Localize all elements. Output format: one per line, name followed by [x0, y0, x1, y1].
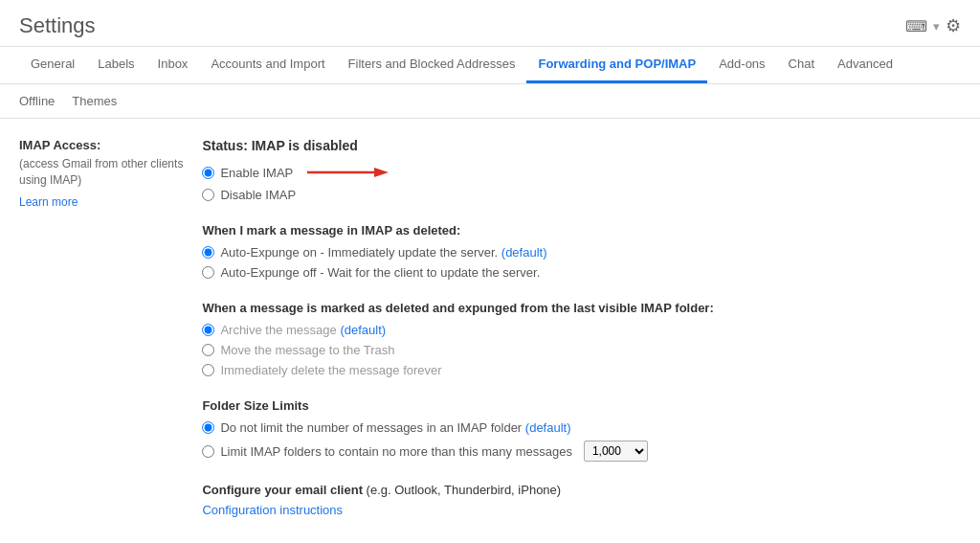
- auto-expunge-on-radio[interactable]: [202, 246, 214, 259]
- main-content: Status: IMAP is disabled Enable IMAP Di: [202, 138, 961, 538]
- expunge-options: Archive the message (default) Move the m…: [202, 323, 961, 377]
- sidebar-title: IMAP Access:: [19, 138, 183, 152]
- limit-option: Limit IMAP folders to contain no more th…: [202, 441, 961, 462]
- red-arrow-annotation: [302, 163, 389, 182]
- nav-tabs: General Labels Inbox Accounts and Import…: [0, 47, 980, 84]
- auto-expunge-off-radio[interactable]: [202, 266, 214, 279]
- auto-expunge-on-label[interactable]: Auto-Expunge on - Immediately update the…: [220, 245, 546, 260]
- folder-options: Do not limit the number of messages in a…: [202, 420, 961, 462]
- tab-advanced[interactable]: Advanced: [826, 47, 904, 83]
- no-limit-radio[interactable]: [202, 421, 214, 434]
- limit-radio[interactable]: [202, 445, 214, 458]
- archive-radio[interactable]: [202, 324, 214, 336]
- folder-size-section: Folder Size Limits Do not limit the numb…: [202, 398, 961, 462]
- sub-tab-offline[interactable]: Offline: [19, 90, 64, 112]
- deletion-options: Auto-Expunge on - Immediately update the…: [202, 245, 961, 280]
- sidebar: IMAP Access: (access Gmail from other cl…: [19, 138, 183, 538]
- enable-imap-row: Enable IMAP: [202, 163, 961, 182]
- delete-forever-radio[interactable]: [202, 364, 214, 376]
- trash-radio[interactable]: [202, 344, 214, 356]
- no-limit-option: Do not limit the number of messages in a…: [202, 420, 961, 435]
- trash-option: Move the message to the Trash: [202, 343, 961, 357]
- imap-status-section: Status: IMAP is disabled Enable IMAP Di: [202, 138, 961, 202]
- config-text: Configure your email client (e.g. Outloo…: [202, 483, 961, 497]
- folder-size-title: Folder Size Limits: [202, 398, 961, 413]
- disable-imap-radio[interactable]: [202, 189, 214, 201]
- tab-forwarding[interactable]: Forwarding and POP/IMAP: [526, 47, 707, 83]
- expunge-section: When a message is marked as deleted and …: [202, 301, 961, 377]
- auto-expunge-off-option: Auto-Expunge off - Wait for the client t…: [202, 265, 961, 280]
- disable-imap-option: Disable IMAP: [202, 188, 961, 202]
- learn-more-link[interactable]: Learn more: [19, 195, 78, 209]
- config-link[interactable]: Configuration instructions: [202, 503, 343, 517]
- disable-imap-label[interactable]: Disable IMAP: [220, 188, 296, 202]
- page-title: Settings: [19, 13, 96, 38]
- auto-expunge-off-label[interactable]: Auto-Expunge off - Wait for the client t…: [220, 265, 540, 280]
- config-title: Configure your email client: [202, 483, 363, 497]
- trash-label[interactable]: Move the message to the Trash: [220, 343, 394, 357]
- deletion-title: When I mark a message in IMAP as deleted…: [202, 223, 961, 238]
- config-hint: (e.g. Outlook, Thunderbird, iPhone): [367, 483, 562, 497]
- tab-filters[interactable]: Filters and Blocked Addresses: [337, 47, 527, 83]
- expunge-title: When a message is marked as deleted and …: [202, 301, 961, 315]
- auto-expunge-on-option: Auto-Expunge on - Immediately update the…: [202, 245, 961, 260]
- enable-imap-option: Enable IMAP: [202, 166, 293, 180]
- header-icons: ⌨ ▾ ⚙: [905, 15, 961, 36]
- tab-chat[interactable]: Chat: [777, 47, 826, 83]
- sub-tab-themes[interactable]: Themes: [72, 90, 126, 112]
- archive-label[interactable]: Archive the message (default): [220, 323, 386, 337]
- delete-forever-option: Immediately delete the message forever: [202, 363, 961, 377]
- tab-addons[interactable]: Add-ons: [707, 47, 776, 83]
- keyboard-icon[interactable]: ⌨: [905, 17, 927, 35]
- delete-forever-label[interactable]: Immediately delete the message forever: [220, 363, 441, 377]
- content-area: IMAP Access: (access Gmail from other cl…: [0, 119, 980, 538]
- tab-accounts[interactable]: Accounts and Import: [199, 47, 336, 83]
- archive-option: Archive the message (default): [202, 323, 961, 337]
- folder-limit-select[interactable]: 1,000 2,000 5,000 10,000: [584, 441, 648, 462]
- svg-marker-1: [374, 168, 389, 177]
- enable-imap-label[interactable]: Enable IMAP: [220, 166, 293, 180]
- tab-labels[interactable]: Labels: [86, 47, 145, 83]
- gear-icon[interactable]: ⚙: [946, 15, 961, 36]
- sub-nav: Offline Themes: [0, 84, 980, 119]
- imap-options: Enable IMAP Disable IMAP: [202, 163, 961, 202]
- icon-separator: ▾: [933, 19, 940, 34]
- sidebar-desc1: (access Gmail from other clients using I…: [19, 156, 183, 189]
- limit-label[interactable]: Limit IMAP folders to contain no more th…: [220, 444, 572, 459]
- enable-imap-radio[interactable]: [202, 167, 214, 179]
- tab-general[interactable]: General: [19, 47, 86, 83]
- config-section: Configure your email client (e.g. Outloo…: [202, 483, 961, 517]
- page-header: Settings ⌨ ▾ ⚙: [0, 0, 980, 47]
- tab-inbox[interactable]: Inbox: [146, 47, 200, 83]
- no-limit-label[interactable]: Do not limit the number of messages in a…: [220, 420, 570, 435]
- imap-status: Status: IMAP is disabled: [202, 138, 961, 153]
- deletion-section: When I mark a message in IMAP as deleted…: [202, 223, 961, 280]
